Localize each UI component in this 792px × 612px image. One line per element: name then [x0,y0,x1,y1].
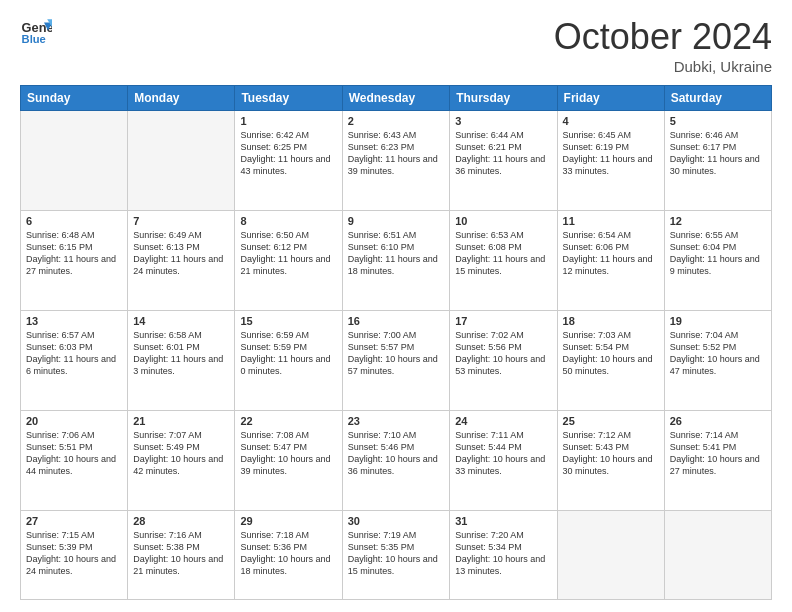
day-number: 3 [455,115,551,127]
header-monday: Monday [128,86,235,111]
day-detail: Sunrise: 6:54 AMSunset: 6:06 PMDaylight:… [563,229,659,278]
day-detail: Sunrise: 7:16 AMSunset: 5:38 PMDaylight:… [133,529,229,578]
logo: General Blue [20,16,52,48]
day-number: 26 [670,415,766,427]
day-number: 4 [563,115,659,127]
calendar-cell: 22Sunrise: 7:08 AMSunset: 5:47 PMDayligh… [235,410,342,510]
calendar-cell [664,510,771,599]
calendar-cell: 13Sunrise: 6:57 AMSunset: 6:03 PMDayligh… [21,310,128,410]
day-detail: Sunrise: 6:45 AMSunset: 6:19 PMDaylight:… [563,129,659,178]
calendar-cell [21,111,128,211]
calendar-cell [128,111,235,211]
calendar-cell: 17Sunrise: 7:02 AMSunset: 5:56 PMDayligh… [450,310,557,410]
day-detail: Sunrise: 6:51 AMSunset: 6:10 PMDaylight:… [348,229,445,278]
day-number: 31 [455,515,551,527]
day-detail: Sunrise: 6:49 AMSunset: 6:13 PMDaylight:… [133,229,229,278]
day-number: 25 [563,415,659,427]
day-number: 11 [563,215,659,227]
weekday-header-row: Sunday Monday Tuesday Wednesday Thursday… [21,86,772,111]
day-detail: Sunrise: 6:44 AMSunset: 6:21 PMDaylight:… [455,129,551,178]
day-detail: Sunrise: 6:53 AMSunset: 6:08 PMDaylight:… [455,229,551,278]
calendar-cell: 18Sunrise: 7:03 AMSunset: 5:54 PMDayligh… [557,310,664,410]
page: General Blue October 2024 Dubki, Ukraine… [0,0,792,612]
day-number: 23 [348,415,445,427]
calendar-cell: 26Sunrise: 7:14 AMSunset: 5:41 PMDayligh… [664,410,771,510]
day-number: 2 [348,115,445,127]
day-detail: Sunrise: 7:03 AMSunset: 5:54 PMDaylight:… [563,329,659,378]
day-detail: Sunrise: 7:00 AMSunset: 5:57 PMDaylight:… [348,329,445,378]
day-detail: Sunrise: 7:19 AMSunset: 5:35 PMDaylight:… [348,529,445,578]
day-number: 7 [133,215,229,227]
calendar-cell: 7Sunrise: 6:49 AMSunset: 6:13 PMDaylight… [128,210,235,310]
day-number: 9 [348,215,445,227]
day-detail: Sunrise: 6:59 AMSunset: 5:59 PMDaylight:… [240,329,336,378]
day-number: 12 [670,215,766,227]
calendar-cell: 14Sunrise: 6:58 AMSunset: 6:01 PMDayligh… [128,310,235,410]
day-number: 19 [670,315,766,327]
day-detail: Sunrise: 7:08 AMSunset: 5:47 PMDaylight:… [240,429,336,478]
header-wednesday: Wednesday [342,86,450,111]
month-title: October 2024 [554,16,772,58]
calendar-cell: 16Sunrise: 7:00 AMSunset: 5:57 PMDayligh… [342,310,450,410]
day-detail: Sunrise: 6:48 AMSunset: 6:15 PMDaylight:… [26,229,122,278]
day-detail: Sunrise: 7:20 AMSunset: 5:34 PMDaylight:… [455,529,551,578]
calendar-cell: 12Sunrise: 6:55 AMSunset: 6:04 PMDayligh… [664,210,771,310]
calendar-cell: 3Sunrise: 6:44 AMSunset: 6:21 PMDaylight… [450,111,557,211]
day-detail: Sunrise: 6:58 AMSunset: 6:01 PMDaylight:… [133,329,229,378]
calendar-cell: 8Sunrise: 6:50 AMSunset: 6:12 PMDaylight… [235,210,342,310]
calendar-cell: 29Sunrise: 7:18 AMSunset: 5:36 PMDayligh… [235,510,342,599]
day-detail: Sunrise: 7:07 AMSunset: 5:49 PMDaylight:… [133,429,229,478]
day-number: 21 [133,415,229,427]
day-number: 10 [455,215,551,227]
calendar-cell: 25Sunrise: 7:12 AMSunset: 5:43 PMDayligh… [557,410,664,510]
day-detail: Sunrise: 7:10 AMSunset: 5:46 PMDaylight:… [348,429,445,478]
day-number: 6 [26,215,122,227]
day-detail: Sunrise: 7:02 AMSunset: 5:56 PMDaylight:… [455,329,551,378]
day-detail: Sunrise: 6:42 AMSunset: 6:25 PMDaylight:… [240,129,336,178]
day-detail: Sunrise: 7:11 AMSunset: 5:44 PMDaylight:… [455,429,551,478]
header-sunday: Sunday [21,86,128,111]
svg-text:Blue: Blue [22,33,46,45]
day-number: 29 [240,515,336,527]
day-number: 8 [240,215,336,227]
calendar-cell: 2Sunrise: 6:43 AMSunset: 6:23 PMDaylight… [342,111,450,211]
day-detail: Sunrise: 7:12 AMSunset: 5:43 PMDaylight:… [563,429,659,478]
calendar-cell: 5Sunrise: 6:46 AMSunset: 6:17 PMDaylight… [664,111,771,211]
calendar-cell: 6Sunrise: 6:48 AMSunset: 6:15 PMDaylight… [21,210,128,310]
header-tuesday: Tuesday [235,86,342,111]
day-detail: Sunrise: 6:50 AMSunset: 6:12 PMDaylight:… [240,229,336,278]
day-number: 16 [348,315,445,327]
calendar-cell: 30Sunrise: 7:19 AMSunset: 5:35 PMDayligh… [342,510,450,599]
calendar-cell: 4Sunrise: 6:45 AMSunset: 6:19 PMDaylight… [557,111,664,211]
header-friday: Friday [557,86,664,111]
day-detail: Sunrise: 7:14 AMSunset: 5:41 PMDaylight:… [670,429,766,478]
day-detail: Sunrise: 6:43 AMSunset: 6:23 PMDaylight:… [348,129,445,178]
day-number: 28 [133,515,229,527]
day-detail: Sunrise: 6:55 AMSunset: 6:04 PMDaylight:… [670,229,766,278]
day-detail: Sunrise: 7:15 AMSunset: 5:39 PMDaylight:… [26,529,122,578]
calendar-cell: 11Sunrise: 6:54 AMSunset: 6:06 PMDayligh… [557,210,664,310]
day-detail: Sunrise: 7:18 AMSunset: 5:36 PMDaylight:… [240,529,336,578]
day-detail: Sunrise: 6:46 AMSunset: 6:17 PMDaylight:… [670,129,766,178]
calendar-cell: 19Sunrise: 7:04 AMSunset: 5:52 PMDayligh… [664,310,771,410]
calendar-cell [557,510,664,599]
day-number: 20 [26,415,122,427]
day-number: 5 [670,115,766,127]
day-number: 17 [455,315,551,327]
title-block: October 2024 Dubki, Ukraine [554,16,772,75]
day-number: 14 [133,315,229,327]
calendar-cell: 15Sunrise: 6:59 AMSunset: 5:59 PMDayligh… [235,310,342,410]
calendar-cell: 1Sunrise: 6:42 AMSunset: 6:25 PMDaylight… [235,111,342,211]
calendar-table: Sunday Monday Tuesday Wednesday Thursday… [20,85,772,600]
calendar-cell: 31Sunrise: 7:20 AMSunset: 5:34 PMDayligh… [450,510,557,599]
day-number: 24 [455,415,551,427]
day-number: 22 [240,415,336,427]
calendar-cell: 10Sunrise: 6:53 AMSunset: 6:08 PMDayligh… [450,210,557,310]
day-detail: Sunrise: 6:57 AMSunset: 6:03 PMDaylight:… [26,329,122,378]
calendar-cell: 28Sunrise: 7:16 AMSunset: 5:38 PMDayligh… [128,510,235,599]
location: Dubki, Ukraine [554,58,772,75]
calendar-cell: 23Sunrise: 7:10 AMSunset: 5:46 PMDayligh… [342,410,450,510]
logo-icon: General Blue [20,16,52,48]
header-thursday: Thursday [450,86,557,111]
day-detail: Sunrise: 7:06 AMSunset: 5:51 PMDaylight:… [26,429,122,478]
